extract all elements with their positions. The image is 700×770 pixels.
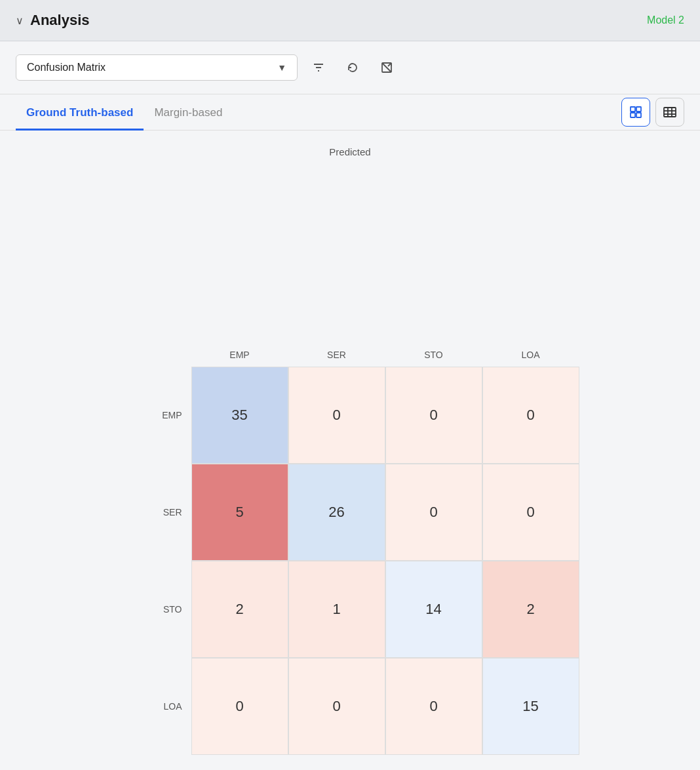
cell-emp-emp[interactable]: 35 <box>191 367 288 464</box>
tab-margin-based[interactable]: Margin-based <box>144 94 233 131</box>
cell-loa-sto[interactable]: 0 <box>385 658 482 755</box>
col-header-emp: EMP <box>191 346 288 367</box>
tabs-row: Ground Truth-based Margin-based <box>0 94 700 131</box>
page-title: Analysis <box>30 12 90 29</box>
cell-loa-emp[interactable]: 0 <box>191 658 288 755</box>
content-panel: Confusion Matrix ▼ <box>0 41 700 770</box>
cell-emp-sto[interactable]: 0 <box>385 367 482 464</box>
matrix-row-ser: SER 5 26 0 0 <box>139 464 579 561</box>
cell-sto-sto[interactable]: 14 <box>385 561 482 658</box>
matrix-row-sto: STO 2 1 14 2 <box>139 561 579 658</box>
table-icon <box>663 105 677 119</box>
refresh-icon <box>346 61 359 74</box>
cell-emp-ser[interactable]: 0 <box>288 367 385 464</box>
chevron-down-icon: ▼ <box>277 62 286 73</box>
table-view-button[interactable] <box>655 98 684 127</box>
col-header-loa: LOA <box>482 346 579 367</box>
matrix-row-loa: LOA 0 0 0 15 <box>139 658 579 755</box>
app-container: ∨ Analysis Model 2 Confusion Matrix ▼ <box>0 0 700 770</box>
cell-sto-ser[interactable]: 1 <box>288 561 385 658</box>
predicted-label: Predicted <box>329 146 370 157</box>
svg-rect-4 <box>636 113 641 117</box>
filter-icon <box>312 61 325 74</box>
matrix-row-emp: EMP 35 0 0 0 <box>139 367 579 464</box>
cell-ser-sto[interactable]: 0 <box>385 464 482 561</box>
row-header-ser: SER <box>139 507 191 517</box>
ground-truth-label: Ground Truth <box>121 165 132 770</box>
export-button[interactable] <box>374 54 400 81</box>
row-header-sto: STO <box>139 604 191 615</box>
cell-loa-loa[interactable]: 15 <box>482 658 579 755</box>
col-headers: EMP SER STO LOA <box>191 346 579 367</box>
dropdown-label: Confusion Matrix <box>27 62 277 73</box>
toolbar: Confusion Matrix ▼ <box>0 41 700 94</box>
export-icon <box>380 61 393 74</box>
matrix-area: Predicted Ground Truth EMP SER STO LOA <box>0 131 700 770</box>
col-header-ser: SER <box>288 346 385 367</box>
header-left: ∨ Analysis <box>16 12 90 29</box>
tabs-left: Ground Truth-based Margin-based <box>16 94 233 130</box>
matrix-with-headers: EMP SER STO LOA EMP 35 0 0 0 <box>139 346 579 755</box>
grid-icon <box>629 105 643 119</box>
cell-sto-loa[interactable]: 2 <box>482 561 579 658</box>
svg-rect-2 <box>636 107 641 111</box>
matrix-rows: EMP 35 0 0 0 SER 5 26 0 0 <box>139 367 579 755</box>
tabs-right <box>621 98 684 127</box>
cell-emp-loa[interactable]: 0 <box>482 367 579 464</box>
row-header-emp: EMP <box>139 410 191 420</box>
svg-rect-1 <box>631 107 635 111</box>
refresh-button[interactable] <box>340 54 366 81</box>
filter-button[interactable] <box>305 54 332 81</box>
cell-ser-emp[interactable]: 5 <box>191 464 288 561</box>
cell-loa-ser[interactable]: 0 <box>288 658 385 755</box>
svg-rect-3 <box>631 113 635 117</box>
cell-ser-ser[interactable]: 26 <box>288 464 385 561</box>
tab-ground-truth[interactable]: Ground Truth-based <box>16 94 144 131</box>
model-label: Model 2 <box>647 14 684 26</box>
cell-sto-emp[interactable]: 2 <box>191 561 288 658</box>
chart-type-dropdown[interactable]: Confusion Matrix ▼ <box>16 54 298 81</box>
matrix-wrapper: Ground Truth EMP SER STO LOA EMP <box>121 165 579 770</box>
chevron-down-icon[interactable]: ∨ <box>16 14 24 27</box>
row-header-loa: LOA <box>139 701 191 712</box>
cell-ser-loa[interactable]: 0 <box>482 464 579 561</box>
col-header-sto: STO <box>385 346 482 367</box>
header: ∨ Analysis Model 2 <box>0 0 700 41</box>
svg-rect-5 <box>664 108 676 117</box>
grid-view-button[interactable] <box>621 98 650 127</box>
